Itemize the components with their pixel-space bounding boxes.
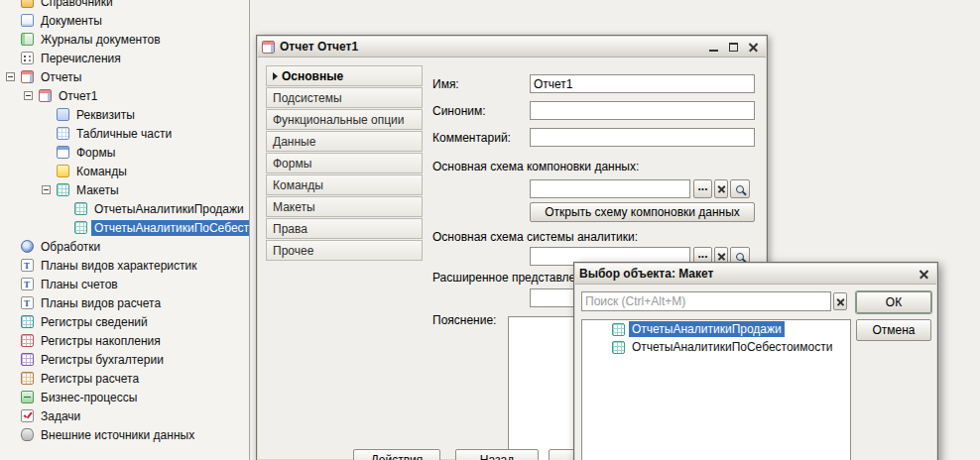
- cancel-button[interactable]: Отмена: [856, 319, 931, 341]
- tree-item-tasks[interactable]: Задачи: [0, 406, 249, 425]
- tree-item-accumulation-registers[interactable]: Регистры накопления: [0, 331, 249, 350]
- tab-rights[interactable]: Права: [266, 218, 423, 239]
- accounting-registers-icon: [21, 353, 34, 366]
- tree-item-document-journals[interactable]: Журналы документов: [0, 30, 249, 49]
- synonym-input[interactable]: [530, 101, 755, 120]
- tree-item-calculation-registers[interactable]: Регистры расчета: [0, 369, 249, 388]
- window-buttons: [702, 40, 762, 55]
- layouts-icon: [57, 183, 69, 196]
- information-registers-icon: [21, 315, 34, 328]
- tab-data[interactable]: Данные: [266, 131, 423, 152]
- search-input[interactable]: [581, 291, 831, 311]
- configurator-window: Справочники Документы Журналы документов…: [0, 0, 980, 460]
- tab-functional-options[interactable]: Функциональные опции: [266, 109, 423, 130]
- tree-item-data-processors[interactable]: Обработки: [0, 237, 249, 256]
- name-input[interactable]: [530, 74, 755, 93]
- layout-list: ОтчетыАналитикиПродажи ОтчетыАналитикиПо…: [581, 319, 851, 460]
- modal-window-buttons: [913, 267, 932, 282]
- dcs-clear-button[interactable]: [714, 179, 728, 198]
- dcs-input[interactable]: [530, 179, 690, 198]
- tasks-icon: [21, 409, 34, 422]
- tree-item-documents[interactable]: Документы: [0, 11, 249, 30]
- tree-item-report1[interactable]: Отчет1: [0, 86, 249, 105]
- tree-item-reports[interactable]: Отчеты: [0, 67, 249, 86]
- ellipsis-icon: [697, 182, 707, 196]
- layout-icon: [612, 323, 625, 336]
- collapse-icon[interactable]: [24, 91, 33, 100]
- calculation-registers-icon: [21, 372, 34, 385]
- tree-item-information-registers[interactable]: Регистры сведений: [0, 312, 249, 331]
- dialog-section-tabs: Основные Подсистемы Функциональные опции…: [266, 65, 423, 262]
- catalogs-icon: [21, 0, 34, 8]
- commands-icon: [57, 165, 69, 177]
- clear-icon: [836, 297, 845, 306]
- data-processors-icon: [21, 240, 34, 253]
- accumulation-registers-icon: [21, 334, 34, 347]
- tab-main[interactable]: Основные: [266, 65, 423, 86]
- collapse-icon[interactable]: [6, 72, 15, 81]
- metadata-tree: Справочники Документы Журналы документов…: [0, 0, 249, 444]
- modal-close-button[interactable]: [916, 267, 932, 282]
- tree-item-commands[interactable]: Команды: [0, 162, 249, 180]
- maximize-button[interactable]: [725, 40, 742, 55]
- name-label: Имя:: [432, 77, 459, 91]
- tree-item-attributes[interactable]: Реквизиты: [0, 105, 249, 124]
- report-icon: [262, 41, 275, 54]
- comment-label: Комментарий:: [432, 131, 511, 145]
- tree-item-tabular-sections[interactable]: Табличные части: [0, 124, 249, 143]
- magnifier-icon: [736, 253, 744, 261]
- tree-item-catalogs[interactable]: Справочники: [0, 0, 249, 11]
- layout-icon: [74, 202, 87, 215]
- layout-icon: [612, 341, 625, 354]
- actions-button[interactable]: Действия: [353, 449, 440, 460]
- charts-of-accounts-icon: [21, 278, 34, 290]
- tree-item-layout-cost[interactable]: ОтчетыАналитикиПоСебестоим: [0, 218, 249, 237]
- tree-item-charts-of-calculation-types[interactable]: Планы видов расчета: [0, 293, 249, 312]
- list-item-layout-cost[interactable]: ОтчетыАналитикиПоСебестоимости: [582, 338, 850, 356]
- documents-icon: [21, 14, 34, 27]
- charts-of-calculation-types-icon: [21, 296, 34, 309]
- dcs-open-button[interactable]: [730, 179, 750, 198]
- dialog-titlebar[interactable]: Отчет Отчет1: [258, 37, 766, 58]
- tree-item-charts-of-characteristic-types[interactable]: Планы видов характеристик: [0, 256, 249, 275]
- tree-item-forms[interactable]: Формы: [0, 143, 249, 162]
- back-button[interactable]: Назад: [455, 449, 539, 460]
- clear-icon: [717, 252, 726, 261]
- report-icon: [39, 89, 52, 102]
- list-item-layout-sales[interactable]: ОтчетыАналитикиПродажи: [582, 320, 850, 338]
- collapse-icon[interactable]: [42, 185, 51, 194]
- tree-item-accounting-registers[interactable]: Регистры бухгалтерии: [0, 350, 249, 369]
- modal-title: Выбор объекта: Макет: [579, 267, 713, 281]
- minimize-button[interactable]: [705, 40, 722, 55]
- tab-subsystems[interactable]: Подсистемы: [266, 87, 423, 108]
- attributes-icon: [57, 108, 69, 121]
- tab-other[interactable]: Прочее: [266, 240, 423, 261]
- document-journals-icon: [21, 33, 34, 46]
- open-dcs-button[interactable]: Открыть схему компоновки данных: [530, 202, 755, 222]
- tree-item-enumerations[interactable]: Перечисления: [0, 49, 249, 67]
- modal-titlebar[interactable]: Выбор объекта: Макет: [575, 264, 936, 285]
- metadata-tree-panel: Справочники Документы Журналы документов…: [0, 0, 250, 460]
- charts-of-characteristic-types-icon: [21, 259, 34, 272]
- analytics-schema-label: Основная схема системы аналитики:: [432, 230, 638, 244]
- comment-input[interactable]: [530, 128, 755, 147]
- tree-item-charts-of-accounts[interactable]: Планы счетов: [0, 275, 249, 293]
- search-clear-button[interactable]: [833, 292, 847, 310]
- tab-forms[interactable]: Формы: [266, 153, 423, 173]
- external-data-sources-icon: [21, 428, 34, 441]
- layout-icon: [74, 221, 87, 234]
- tree-item-business-processes[interactable]: Бизнес-процессы: [0, 388, 249, 406]
- close-button[interactable]: [745, 40, 762, 55]
- dialog-title: Отчет Отчет1: [280, 40, 358, 54]
- tab-layouts[interactable]: Макеты: [266, 196, 423, 217]
- tree-item-external-data-sources[interactable]: Внешние источники данных: [0, 425, 249, 444]
- magnifier-icon: [736, 185, 744, 193]
- ok-button[interactable]: ОК: [856, 291, 931, 313]
- tab-commands[interactable]: Команды: [266, 174, 423, 195]
- synonym-label: Синоним:: [432, 104, 486, 118]
- tree-item-layout-sales[interactable]: ОтчетыАналитикиПродажи: [0, 199, 249, 218]
- dcs-choose-button[interactable]: [693, 179, 712, 198]
- tree-item-layouts[interactable]: Макеты: [0, 180, 249, 199]
- select-object-dialog: Выбор объекта: Макет ОК Отмена ОтчетыАна…: [573, 262, 938, 460]
- enumerations-icon: [21, 52, 34, 64]
